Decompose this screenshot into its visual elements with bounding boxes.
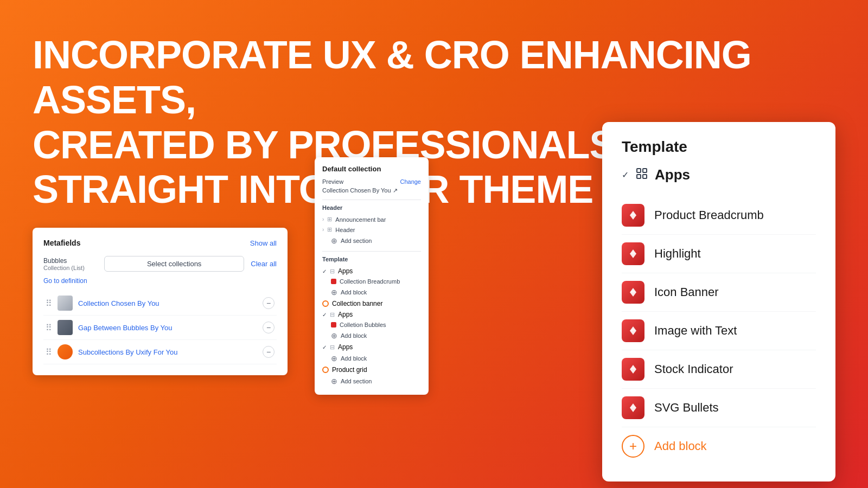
header-group-label: Header bbox=[322, 204, 421, 211]
select-collections-button[interactable]: Select collections bbox=[104, 256, 244, 272]
uxify-icon-svg-bullets bbox=[622, 396, 644, 419]
theme-editor-title: Default collection bbox=[322, 165, 421, 173]
add-block-label: Add block bbox=[654, 439, 707, 453]
add-block-row[interactable]: + Add block bbox=[622, 427, 816, 465]
add-section-button-1[interactable]: ⊕ Add section bbox=[322, 235, 421, 247]
app-item-icon-banner[interactable]: Icon Banner bbox=[622, 273, 816, 312]
metafields-labels: Bubbles Collection (List) bbox=[43, 257, 98, 271]
collection-name-3[interactable]: Subcollections By Uxify For You bbox=[78, 348, 257, 356]
add-section-label-1: Add section bbox=[341, 237, 372, 244]
add-block-icon: + bbox=[622, 435, 644, 458]
bubbles-icon bbox=[331, 322, 336, 328]
chevron-icon-1: › bbox=[322, 216, 324, 222]
add-icon-1: ⊕ bbox=[331, 236, 337, 245]
add-block-button-2[interactable]: ⊕ Add block bbox=[331, 330, 421, 342]
collection-banner-icon bbox=[322, 300, 329, 307]
app-item-svg-bullets[interactable]: SVG Bullets bbox=[622, 389, 816, 427]
uxify-icon-icon-banner bbox=[622, 281, 644, 304]
svg-bullets-label: SVG Bullets bbox=[654, 401, 719, 415]
collection-thumb-2 bbox=[58, 320, 73, 335]
apps-list-icon bbox=[635, 167, 648, 183]
colletion-bubbles-item[interactable]: Colletion Bubbles bbox=[331, 320, 421, 330]
change-link[interactable]: Change bbox=[400, 178, 421, 185]
template-panel: Template ✓ Apps Product Breadcrumb bbox=[602, 122, 835, 481]
apps-label-1: Apps bbox=[338, 267, 353, 275]
go-to-definition-link[interactable]: Go to definition bbox=[43, 277, 277, 285]
apps-icon-3: ⊟ bbox=[330, 344, 335, 351]
app-item-stock-indicator[interactable]: Stock Indicator bbox=[622, 350, 816, 389]
remove-button-1[interactable]: − bbox=[263, 297, 275, 309]
announcement-bar-item[interactable]: › ⊞ Announcement bar bbox=[322, 214, 421, 224]
bubbles-label: Bubbles bbox=[43, 257, 98, 265]
apps-section-header: ✓ Apps bbox=[622, 166, 816, 183]
collection-breadcrumb-label: Collection Breadcrumb bbox=[340, 278, 400, 285]
collection-name-2[interactable]: Gap Between Bubbles By You bbox=[78, 324, 257, 332]
add-block-button-3[interactable]: ⊕ Add block bbox=[331, 352, 421, 364]
add-block-button-1[interactable]: ⊕ Add block bbox=[331, 286, 421, 298]
drag-handle-3[interactable]: ⠿ bbox=[46, 347, 52, 357]
apps-indent-2: Colletion Bubbles ⊕ Add block bbox=[322, 320, 421, 342]
collection-name-1[interactable]: Collection Chosen By You bbox=[78, 299, 257, 307]
apps-indent-1: Collection Breadcrumb ⊕ Add block bbox=[322, 277, 421, 298]
collection-banner-item: Collection banner bbox=[322, 298, 421, 309]
template-group-label: Template bbox=[322, 256, 421, 262]
clear-all-link[interactable]: Clear all bbox=[251, 260, 277, 268]
bubbles-sublabel: Collection (List) bbox=[43, 265, 98, 271]
show-all-link[interactable]: Show all bbox=[250, 239, 277, 247]
divider-2 bbox=[322, 251, 421, 252]
icon-banner-label: Icon Banner bbox=[654, 285, 719, 299]
apps-icon-2: ⊟ bbox=[330, 311, 335, 318]
section-icon-2: ⊞ bbox=[327, 226, 332, 233]
collection-banner-label: Collection banner bbox=[332, 300, 382, 307]
uxify-icon-product-breadcrumb bbox=[622, 204, 644, 227]
drag-handle-2[interactable]: ⠿ bbox=[46, 323, 52, 333]
remove-button-2[interactable]: − bbox=[263, 322, 275, 333]
uxify-icon-image-with-text bbox=[622, 319, 644, 342]
theme-preview-row: Preview Change bbox=[322, 178, 421, 185]
header-item-label: Header bbox=[335, 227, 355, 233]
section-icon-1: ⊞ bbox=[327, 216, 332, 223]
apps-check-icon: ✓ bbox=[622, 170, 629, 180]
app-item-image-with-text[interactable]: Image with Text bbox=[622, 312, 816, 350]
uxify-icon-stock-indicator bbox=[622, 358, 644, 381]
colletion-bubbles-label: Colletion Bubbles bbox=[340, 322, 386, 328]
add-icon-4: ⊕ bbox=[331, 354, 337, 363]
svg-rect-0 bbox=[637, 169, 641, 172]
collection-item-1: ⠿ Collection Chosen By You − bbox=[43, 291, 277, 316]
remove-button-3[interactable]: − bbox=[263, 346, 275, 358]
app-item-highlight[interactable]: Highlight bbox=[622, 235, 816, 273]
collection-item-3: ⠿ Subcollections By Uxify For You − bbox=[43, 340, 277, 364]
metafields-title: Metafields bbox=[43, 239, 80, 247]
add-block-label-3: Add block bbox=[341, 355, 367, 362]
apps-indent-3: ⊕ Add block bbox=[322, 352, 421, 364]
preview-value: Collection Chosen By You ↗ bbox=[322, 187, 421, 194]
chevron-icon-2: › bbox=[322, 227, 324, 233]
highlight-label: Highlight bbox=[654, 247, 701, 261]
add-section-label-2: Add section bbox=[341, 378, 372, 384]
preview-label: Preview bbox=[322, 178, 343, 185]
breadcrumb-icon bbox=[331, 279, 336, 284]
metafields-bubbles-row: Bubbles Collection (List) Select collect… bbox=[43, 256, 277, 272]
collection-thumb-1 bbox=[58, 296, 73, 311]
add-block-label-1: Add block bbox=[341, 289, 367, 296]
template-panel-title: Template bbox=[622, 138, 816, 156]
add-block-label-2: Add block bbox=[341, 332, 367, 339]
add-icon-3: ⊕ bbox=[331, 331, 337, 340]
apps-label-2: Apps bbox=[338, 311, 353, 318]
apps-section-label: Apps bbox=[655, 166, 690, 183]
add-section-button-2[interactable]: ⊕ Add section bbox=[322, 375, 421, 387]
theme-editor-panel: Default collection Preview Change Collec… bbox=[315, 157, 429, 395]
collection-item-2: ⠿ Gap Between Bubbles By You − bbox=[43, 316, 277, 340]
apps-icon-1: ⊟ bbox=[330, 268, 335, 275]
product-grid-item: Product grid bbox=[322, 364, 421, 375]
svg-rect-2 bbox=[637, 175, 641, 178]
app-item-product-breadcrumb[interactable]: Product Breadcrumb bbox=[622, 196, 816, 235]
header-item[interactable]: › ⊞ Header bbox=[322, 224, 421, 235]
image-with-text-label: Image with Text bbox=[654, 324, 737, 338]
collection-breadcrumb-item[interactable]: Collection Breadcrumb bbox=[331, 277, 421, 286]
add-icon-5: ⊕ bbox=[331, 377, 337, 386]
metafields-panel: Metafields Show all Bubbles Collection (… bbox=[33, 228, 288, 375]
drag-handle-1[interactable]: ⠿ bbox=[46, 298, 52, 309]
announcement-bar-label: Announcement bar bbox=[335, 216, 386, 223]
stock-indicator-label: Stock Indicator bbox=[654, 362, 733, 376]
